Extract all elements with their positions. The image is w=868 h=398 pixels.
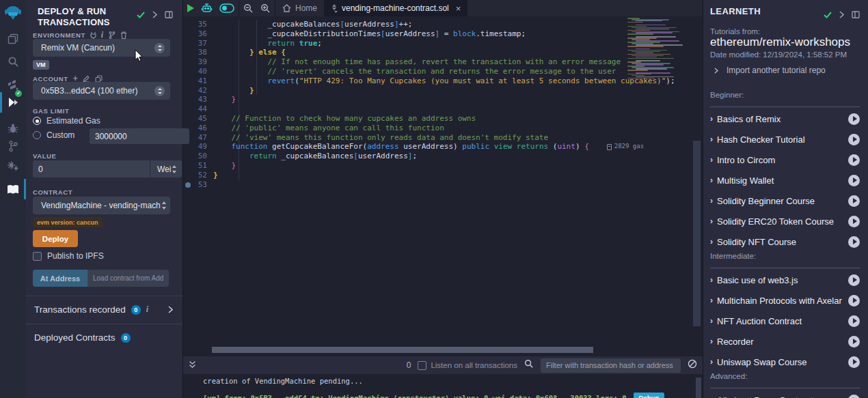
tutorial-item[interactable]: ›Solidity Beginner Course <box>710 190 860 211</box>
deployed-contracts-row[interactable]: Deployed Contracts 0 <box>26 324 182 351</box>
play-tutorial-icon[interactable] <box>848 336 860 347</box>
play-tutorial-icon[interactable] <box>848 175 860 186</box>
close-tab-icon[interactable]: × <box>456 3 461 14</box>
play-tutorial-icon[interactable] <box>848 216 860 227</box>
clear-console-icon[interactable] <box>688 359 697 371</box>
terminal-filter-input[interactable] <box>541 358 681 373</box>
contract-select[interactable]: VendingMachine - vending-machin <box>33 197 170 214</box>
play-tutorial-icon[interactable] <box>848 295 860 307</box>
chevron-right-icon: › <box>710 275 713 285</box>
run-script-icon[interactable] <box>187 4 194 12</box>
custom-gas-input[interactable] <box>90 128 189 144</box>
tutorial-item[interactable]: ›Intro to Circom <box>710 150 860 170</box>
code-line: 51 } <box>183 161 703 171</box>
zoom-in-icon[interactable] <box>260 3 271 14</box>
play-tutorial-icon[interactable] <box>848 315 860 327</box>
play-tutorial-icon[interactable] <box>848 356 860 368</box>
chevron-right-icon: › <box>710 316 713 326</box>
plugin-manager-icon[interactable] <box>0 156 26 176</box>
value-input[interactable] <box>33 160 150 177</box>
tutorial-item[interactable]: ›Uniswap Swap Course <box>710 352 860 372</box>
panel-pin-icon[interactable] <box>852 8 860 20</box>
search-icon[interactable] <box>0 51 26 72</box>
chevron-right-icon: › <box>710 114 713 124</box>
play-tutorial-icon[interactable] <box>848 236 860 248</box>
plug-icon[interactable] <box>90 31 96 40</box>
editor-horizontal-scrollbar[interactable] <box>212 347 593 353</box>
terminal-output[interactable]: creation of VendingMachine pending... [v… <box>183 374 703 398</box>
import-tutorial-repo[interactable]: Import another tutorial repo <box>714 66 826 75</box>
tutorial-item[interactable]: ›All about Proxy Contracts <box>710 390 860 398</box>
deploy-button[interactable]: Deploy <box>33 230 78 247</box>
chevron-right-icon: › <box>710 337 713 346</box>
transactions-info-icon[interactable]: i <box>146 304 148 315</box>
panel-title: DEPLOY & RUN TRANSACTIONS <box>38 6 126 28</box>
environment-select[interactable]: Remix VM (Cancun) <box>33 39 170 57</box>
trash-icon[interactable] <box>120 31 127 40</box>
play-tutorial-icon[interactable] <box>848 195 860 207</box>
tutorial-item[interactable]: ›NFT Auction Contract <box>710 311 860 331</box>
custom-gas-option[interactable]: Custom <box>33 130 74 140</box>
value-unit-select[interactable]: Wei <box>150 160 182 177</box>
deployed-count-badge: 0 <box>121 333 131 343</box>
zoom-out-icon[interactable] <box>243 3 254 14</box>
git-icon[interactable] <box>0 136 26 156</box>
tutorial-title: Solidity Beginner Course <box>717 196 848 206</box>
panel-forward-icon[interactable] <box>152 8 157 20</box>
expand-terminal-icon[interactable] <box>189 359 196 371</box>
fork-icon[interactable] <box>109 31 116 40</box>
at-address-button[interactable]: At Address <box>33 270 87 287</box>
tutorial-item[interactable]: ›Multisig Wallet <box>710 170 860 190</box>
listen-all-transactions-option[interactable]: Listen on all transactions <box>418 361 517 370</box>
code-editor[interactable]: 35 _cupcakeBalances[userAddress]++;36 _c… <box>183 16 703 356</box>
editor-minimap[interactable] <box>627 18 690 81</box>
panel-forward-icon[interactable] <box>839 8 844 20</box>
editor-tabbar: Home vending-machine-contract.sol × <box>183 0 703 16</box>
play-tutorial-icon[interactable] <box>848 395 860 398</box>
tutorial-item[interactable]: ›Basic use of web3.js <box>710 270 860 290</box>
radio-icon[interactable] <box>33 131 41 139</box>
play-tutorial-icon[interactable] <box>848 134 860 145</box>
editor-vertical-scrollbar[interactable] <box>693 141 701 326</box>
play-tutorial-icon[interactable] <box>848 154 860 166</box>
tutorial-item[interactable]: ›Hash Checker Tutorial <box>710 129 860 150</box>
tutorial-item[interactable]: ›Solidity ERC20 Token Course <box>710 211 860 231</box>
tab-home[interactable]: Home <box>275 0 324 16</box>
file-explorer-icon[interactable] <box>0 29 26 49</box>
remix-logo-icon[interactable] <box>0 3 26 23</box>
estimated-gas-option[interactable]: Estimated Gas <box>33 116 100 126</box>
terminal-search-icon[interactable] <box>524 359 534 371</box>
debug-button[interactable]: Debug <box>634 393 665 398</box>
transactions-recorded-row[interactable]: Transactions recorded 0 i <box>26 296 182 323</box>
solidity-file-icon <box>331 4 338 13</box>
deploy-run-icon[interactable] <box>0 92 26 113</box>
radio-selected-icon[interactable] <box>33 117 41 125</box>
tutorial-item[interactable]: ›Solidity NFT Course <box>710 231 860 252</box>
publish-ipfs-option[interactable]: Publish to IPFS <box>33 251 104 261</box>
tutorial-item[interactable]: ›Multichain Protocols with Axelar <box>710 290 860 311</box>
tab-vending-machine-contract[interactable]: vending-machine-contract.sol × <box>324 0 467 16</box>
code-line: 45 // Function to check how many cupcake… <box>183 114 703 124</box>
code-line: 49 function getCupcakeBalanceFor(address… <box>183 142 703 152</box>
at-address-input[interactable] <box>87 270 169 287</box>
remix-ide-window: ✓ DEPLOY & RUN TRANSACTIONS <box>0 0 868 398</box>
chevron-updown-icon <box>161 201 167 210</box>
chevron-right-icon: › <box>710 155 713 165</box>
tutorial-item[interactable]: ›Basics of Remix <box>710 109 860 129</box>
gas-limit-label: GAS LIMIT <box>33 107 69 115</box>
panel-pin-icon[interactable] <box>165 8 173 20</box>
tutorial-item[interactable]: ›Recorder <box>710 331 860 352</box>
publish-ipfs-checkbox[interactable] <box>33 252 42 261</box>
learneth-book-icon[interactable] <box>0 179 26 199</box>
chevron-right-icon[interactable] <box>168 306 173 313</box>
ai-assistant-robot-icon[interactable] <box>201 3 213 14</box>
breakpoint-dot[interactable] <box>185 182 191 188</box>
transactions-count-badge: 0 <box>131 305 141 315</box>
play-tutorial-icon[interactable] <box>848 274 860 286</box>
listen-checkbox[interactable] <box>418 361 426 370</box>
chevron-right-icon: › <box>710 175 713 185</box>
terminal-scrollbar[interactable] <box>696 378 701 398</box>
copilot-toggle-icon[interactable] <box>219 3 234 13</box>
play-tutorial-icon[interactable] <box>848 113 860 125</box>
account-select[interactable]: 0x5B3...eddC4 (100 ether) <box>33 82 170 100</box>
